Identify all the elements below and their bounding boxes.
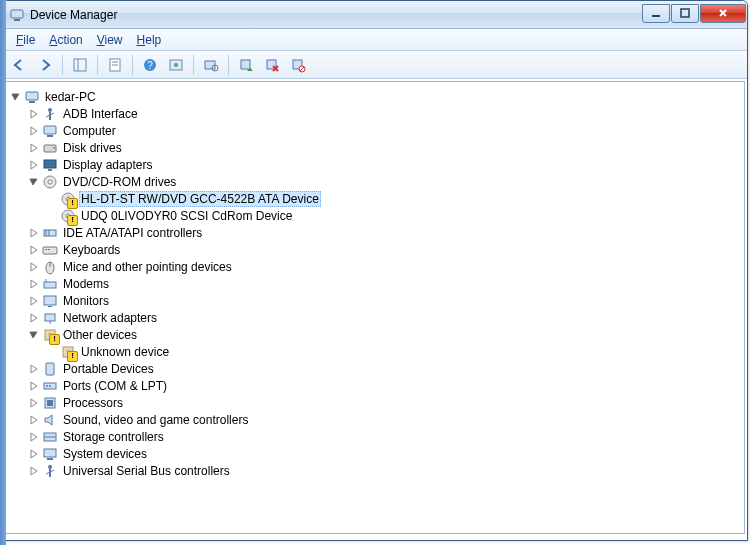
properties-button[interactable] [103,53,127,77]
action-button[interactable] [164,53,188,77]
expand-icon[interactable] [28,108,40,120]
network-icon [42,310,58,326]
disable-button[interactable] [286,53,310,77]
expander-spacer [46,346,58,358]
nav-forward-button[interactable] [33,53,57,77]
svg-rect-69 [47,458,53,460]
svg-rect-68 [44,449,56,457]
other-icon: ? [60,344,76,360]
modem-icon [42,276,58,292]
expand-icon[interactable] [28,397,40,409]
category-node[interactable]: Display adapters [28,156,744,173]
svg-rect-31 [47,135,53,137]
category-node[interactable]: ? Other devices [28,326,744,343]
svg-rect-52 [44,296,56,305]
category-node[interactable]: Universal Serial Bus controllers [28,462,744,479]
expand-icon[interactable] [28,414,40,426]
menubar: File Action View Help [3,29,747,51]
other-icon: ? [42,327,58,343]
optical-icon [60,191,76,207]
tree-root-label: kedar-PC [43,90,98,104]
menu-file[interactable]: File [9,31,42,49]
category-node[interactable]: Storage controllers [28,428,744,445]
category-node[interactable]: Ports (COM & LPT) [28,377,744,394]
category-label: ADB Interface [61,107,140,121]
menu-help[interactable]: Help [130,31,169,49]
nav-back-button[interactable] [7,53,31,77]
usb-icon [42,106,58,122]
category-node[interactable]: Mice and other pointing devices [28,258,744,275]
svg-point-63 [49,385,51,387]
device-node[interactable]: UDQ 0LIVODYR0 SCSI CdRom Device [46,207,744,224]
system-icon [42,446,58,462]
toolbar-separator [97,55,98,75]
device-node[interactable]: HL-DT-ST RW/DVD GCC-4522B ATA Device [46,190,744,207]
expand-icon[interactable] [28,448,40,460]
expand-icon[interactable] [28,261,40,273]
uninstall-button[interactable] [260,53,284,77]
menu-view[interactable]: View [90,31,130,49]
tree-view[interactable]: kedar-PC ADB Interface Computer Disk dri… [5,81,745,534]
device-label: UDQ 0LIVODYR0 SCSI CdRom Device [79,209,294,223]
expand-icon[interactable] [28,278,40,290]
collapse-icon[interactable] [28,329,40,341]
category-node[interactable]: IDE ATA/ATAPI controllers [28,224,744,241]
keyboard-icon [42,242,58,258]
category-label: Modems [61,277,111,291]
expand-icon[interactable] [28,295,40,307]
svg-point-41 [66,214,70,218]
category-node[interactable]: Sound, video and game controllers [28,411,744,428]
svg-text:?: ? [47,331,52,341]
svg-point-38 [62,193,74,205]
expand-icon[interactable] [28,465,40,477]
mouse-icon [42,259,58,275]
category-node[interactable]: Network adapters [28,309,744,326]
svg-text:?: ? [65,348,70,358]
device-node[interactable]: ? Unknown device [46,343,744,360]
expand-icon[interactable] [28,244,40,256]
storage-icon [42,429,58,445]
category-label: IDE ATA/ATAPI controllers [61,226,204,240]
category-node[interactable]: Processors [28,394,744,411]
help-button[interactable]: ? [138,53,162,77]
expand-icon[interactable] [28,142,40,154]
category-label: Other devices [61,328,139,342]
expand-icon[interactable] [28,125,40,137]
port-icon [42,378,58,394]
category-node[interactable]: Computer [28,122,744,139]
expand-icon[interactable] [28,363,40,375]
category-node[interactable]: System devices [28,445,744,462]
collapse-icon[interactable] [28,176,40,188]
category-node[interactable]: Keyboards [28,241,744,258]
svg-rect-0 [11,10,23,18]
svg-rect-35 [48,169,52,171]
minimize-button[interactable] [642,4,670,23]
expand-icon[interactable] [28,159,40,171]
svg-rect-25 [29,101,35,103]
category-node[interactable]: Portable Devices [28,360,744,377]
svg-rect-1 [14,19,20,21]
category-node[interactable]: ADB Interface [28,105,744,122]
svg-point-62 [46,385,48,387]
scan-hardware-button[interactable] [199,53,223,77]
expander-spacer [46,193,58,205]
menu-action[interactable]: Action [42,31,89,49]
expand-icon[interactable] [28,431,40,443]
category-label: Storage controllers [61,430,166,444]
collapse-icon[interactable] [10,91,22,103]
show-hide-tree-button[interactable] [68,53,92,77]
category-node[interactable]: Modems [28,275,744,292]
maximize-button[interactable] [671,4,699,23]
category-node[interactable]: Disk drives [28,139,744,156]
statusbar [3,536,747,540]
update-driver-button[interactable] [234,53,258,77]
close-button[interactable] [700,4,746,23]
svg-point-70 [48,465,52,469]
expand-icon[interactable] [28,227,40,239]
category-node[interactable]: DVD/CD-ROM drives [28,173,744,190]
expand-icon[interactable] [28,380,40,392]
expand-icon[interactable] [28,312,40,324]
titlebar[interactable]: Device Manager [3,1,747,29]
tree-root-node[interactable]: kedar-PC [10,88,744,105]
category-node[interactable]: Monitors [28,292,744,309]
